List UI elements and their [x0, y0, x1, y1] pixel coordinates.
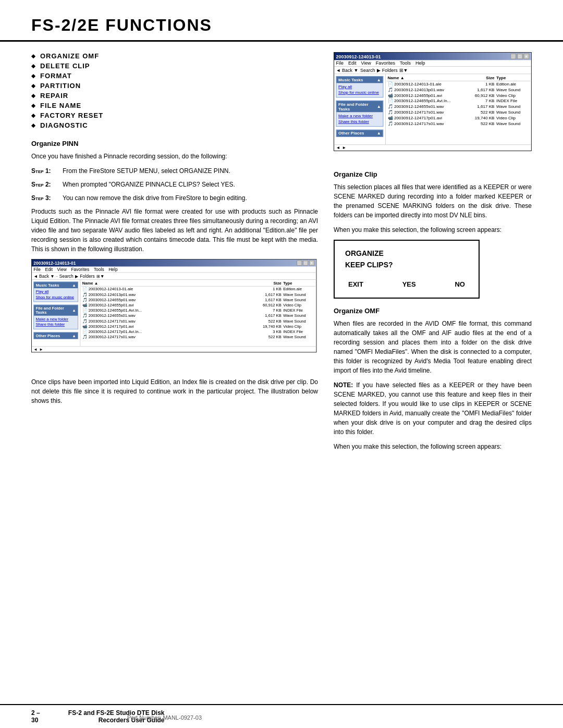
step-2-label: Step 2:	[31, 180, 63, 189]
share-folder-link-r[interactable]: Share this folder	[338, 119, 381, 124]
table-row[interactable]: 📹20030912-124717p01.avi19,740 KBVideo Cl…	[81, 324, 315, 329]
explorer-body: Music Tasks ▲ Play all Shop for music on…	[32, 280, 316, 347]
explorer-window-top: 20030912-124013-01 _ □ × File Edit View …	[31, 259, 316, 352]
view-button[interactable]: ⊞▼	[96, 274, 104, 278]
file-icon: 📹	[388, 116, 394, 120]
table-row[interactable]: 🎵20030912-124717s01.wav522 KBWave Sound	[387, 109, 530, 115]
file-size: 522 KB	[471, 110, 497, 115]
back-button-r[interactable]: ◄ Back ▼	[336, 68, 359, 73]
file-name: 20030912-124717p01.avi	[394, 116, 471, 120]
menu-tools-r[interactable]: Tools	[400, 60, 411, 66]
file-type: Video Clip	[283, 324, 314, 329]
file-icon: 📹	[388, 93, 394, 97]
menu-view[interactable]: View	[57, 267, 67, 272]
menu-tools[interactable]: Tools	[94, 267, 104, 272]
table-row[interactable]: 🎵20030912-124717s01.wav522 KBWave Sound	[387, 120, 530, 126]
organize-omf-note: NOTE: If you have selected files as a KE…	[334, 380, 532, 437]
search-button[interactable]: Search	[59, 274, 74, 278]
shop-music-link[interactable]: Shop for music online	[36, 295, 76, 300]
play-all-link-r[interactable]: Play all	[338, 84, 381, 89]
file-name: 20030912-124013p01.wav	[394, 88, 471, 92]
back-button[interactable]: ◄ Back ▼	[33, 274, 54, 278]
organize-clip-body2: When you make this selection, the follow…	[334, 225, 532, 235]
file-type: Wave Sound	[283, 314, 314, 318]
menu-help-r[interactable]: Help	[415, 60, 425, 66]
table-row[interactable]: 🎵20030912-124717s01.wav522 KBWave Sound	[81, 318, 315, 324]
menu-view-r[interactable]: View	[361, 60, 371, 66]
close-button-right[interactable]: ×	[523, 54, 529, 59]
make-folder-link[interactable]: Make a new folder	[36, 317, 76, 322]
minimize-button-right[interactable]: _	[510, 54, 516, 59]
exit-button[interactable]: EXIT	[345, 279, 366, 289]
file-name: 20030912-124717s01.wav	[89, 335, 259, 339]
menu-edit-r[interactable]: Edit	[348, 60, 357, 66]
menu-file[interactable]: File	[33, 267, 41, 272]
file-size: 19,740 KB	[471, 116, 497, 120]
table-row[interactable]: 📹20030912-124655p01.avi60,912 KBVideo Cl…	[387, 92, 530, 98]
table-row[interactable]: 📹20030912-124655p01.avi60,912 KBVideo Cl…	[81, 302, 315, 307]
list-item: ◆DIAGNOSTIC	[31, 121, 318, 129]
file-size: 1,617 KB	[259, 298, 283, 302]
page-footer: 2 – 30 FS-2 and FS-2E Studio DTE Disk Re…	[0, 704, 563, 728]
diamond-icon: ◆	[31, 63, 36, 69]
search-button-r[interactable]: Search	[360, 68, 375, 73]
file-name: 20030912-124013-01.ale	[394, 82, 471, 87]
table-row[interactable]: 🎵20030912-124655s01.wav1,617 KBWave Soun…	[81, 313, 315, 318]
table-row[interactable]: 🎵20030912-124655p01.wav1,617 KBWave Soun…	[81, 297, 315, 302]
folders-button[interactable]: ▶ Folders	[75, 274, 95, 278]
file-type: INDEX File	[496, 98, 529, 103]
make-folder-link-r[interactable]: Make a new folder	[338, 114, 381, 118]
table-row[interactable]: 📄20030912-124655p01.Avi.In...7 KBINDEX F…	[387, 98, 530, 104]
maximize-button[interactable]: □	[303, 261, 308, 266]
main-content: ◆ORGANIZE OMF ◆DELETE CLIP ◆FORMAT ◆PART…	[0, 42, 563, 467]
music-tasks-header-r: Music Tasks ▲	[336, 77, 383, 83]
table-row[interactable]: 🎵20030912-124013p01.wav1,617 KBWave Soun…	[387, 87, 530, 93]
explorer-left-panel: Music Tasks ▲ Play all Shop for music on…	[32, 280, 81, 347]
diamond-icon: ◆	[31, 122, 36, 128]
menu-file-r[interactable]: File	[336, 60, 344, 66]
file-size: 1 KB	[259, 287, 283, 292]
page-container: FS-2/2E FUNCTIONS ◆ORGANIZE OMF ◆DELETE …	[0, 0, 563, 728]
file-name: 20030912-124655p01.avi	[89, 303, 259, 307]
play-all-link[interactable]: Play all	[36, 290, 76, 294]
menu-edit[interactable]: Edit	[45, 267, 53, 272]
file-icon: 🎵	[388, 104, 394, 109]
file-icon: 🎵	[388, 110, 394, 115]
table-row[interactable]: 📄20030912-124655p01.Avi.In...7 KBINDEX F…	[81, 308, 315, 313]
view-button-r[interactable]: ⊞▼	[399, 68, 408, 73]
share-folder-link[interactable]: Share this folder	[36, 323, 76, 327]
table-row[interactable]: 📄20030912-124717p01.Avi.In...3 KBINDEX F…	[81, 329, 315, 334]
file-name: 20030912-124717s01.wav	[394, 110, 471, 115]
table-row[interactable]: 📄20030912-124013-01.ale1 KBEdition.ale	[387, 81, 530, 87]
table-row[interactable]: 📄20030912-124013-01.ale1 KBEdition.ale	[81, 287, 315, 292]
organize-pinn-body2: Once clips have been imported into Liqui…	[31, 377, 318, 405]
file-icon: 📄	[388, 98, 394, 103]
shop-music-link-r[interactable]: Shop for music online	[338, 90, 381, 95]
table-row[interactable]: 🎵20030912-124655s01.wav1,617 KBWave Soun…	[387, 104, 530, 109]
folders-button-r[interactable]: ▶ Folders	[377, 68, 398, 73]
file-size: 522 KB	[471, 121, 497, 126]
file-name: 20030912-124655p01.Avi.In...	[89, 308, 259, 313]
file-icon: 📄	[82, 308, 88, 313]
explorer-toolbar: ◄ Back ▼ · Search ▶ Folders ⊞▼	[32, 273, 316, 280]
folder-tasks-header-r: File and Folder Tasks ▲	[336, 101, 383, 113]
menu-help[interactable]: Help	[108, 267, 117, 272]
yes-button[interactable]: YES	[399, 279, 419, 289]
table-row[interactable]: 🎵20030912-124013p01.wav1,617 KBWave Soun…	[81, 292, 315, 297]
other-places-section-r: Other Places ▲	[336, 130, 384, 137]
file-size: 522 KB	[259, 335, 283, 339]
explorer-titlebar: 20030912-124013-01 _ □ ×	[32, 260, 316, 267]
menu-favorites[interactable]: Favorites	[71, 267, 89, 272]
table-row[interactable]: 🎵20030912-124717s01.wav522 KBWave Sound	[81, 335, 315, 340]
no-button[interactable]: NO	[451, 279, 468, 289]
list-item: ◆DELETE CLIP	[31, 62, 318, 70]
minimize-button[interactable]: _	[297, 261, 302, 266]
close-button[interactable]: ×	[309, 261, 314, 266]
maximize-button-right[interactable]: □	[517, 54, 523, 59]
menu-favorites-r[interactable]: Favorites	[376, 60, 395, 66]
other-places-header-r: Other Places ▲	[336, 130, 383, 137]
file-name: 20030912-124655s01.wav	[394, 104, 471, 109]
file-list-header-r: Name ▲ Size Type	[387, 75, 530, 81]
table-row[interactable]: 📹20030912-124717p01.avi19,740 KBVideo Cl…	[387, 115, 530, 121]
explorer-body-right: Music Tasks ▲ Play all Shop for music on…	[334, 74, 531, 144]
